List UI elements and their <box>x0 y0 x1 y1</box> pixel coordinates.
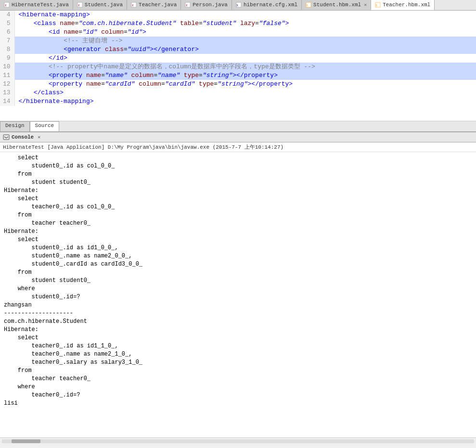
code-line-12: 12 <property name="cardId" column="cardI… <box>0 80 476 89</box>
console-line: student0_.id as id1_0_0_, <box>4 244 472 252</box>
tab-icon: X <box>306 2 311 8</box>
line-content[interactable]: </class> <box>14 89 476 97</box>
code-line-4: 4<hibernate-mapping> <box>0 11 476 19</box>
line-content[interactable]: <generator class="uuid"></generator> <box>14 45 476 54</box>
ds-tab-design[interactable]: Design <box>0 121 30 131</box>
console-line: student student0_ <box>4 277 472 285</box>
line-number: 4 <box>0 11 14 19</box>
console-line: Hibernate: <box>4 326 472 334</box>
svg-text:J: J <box>78 4 79 7</box>
console-line: teacher0_.name as name2_1_0_, <box>4 350 472 358</box>
console-line: Hibernate: <box>4 228 472 236</box>
svg-text:J: J <box>5 4 6 7</box>
tab-label: Teacher.hbm.xml <box>383 2 430 8</box>
tab-label: HibernateTest.java <box>12 2 69 8</box>
console-line: select <box>4 195 472 203</box>
console-line: teacher0_.id as id1_1_0_, <box>4 342 472 350</box>
tab-Student-hbm-xml[interactable]: XStudent.hbm.xml✕ <box>302 0 371 10</box>
line-content[interactable]: </hibernate-mapping> <box>14 97 476 106</box>
tab-label: hibernate.cfg.xml <box>244 2 297 8</box>
tab-label: Student.hbm.xml <box>313 2 361 8</box>
code-line-8: 8 <generator class="uuid"></generator> <box>0 45 476 54</box>
tab-Person-java[interactable]: JPerson.java <box>181 0 232 10</box>
tab-hibernate-cfg-xml[interactable]: Xhibernate.cfg.xml <box>232 0 302 10</box>
tab-bar: JHibernateTest.javaJStudent.javaJTeacher… <box>0 0 476 11</box>
line-content[interactable]: <property name="name" column="name" type… <box>14 71 476 80</box>
tab-icon: J <box>131 2 137 8</box>
line-content[interactable]: <id name="id" column="id"> <box>14 28 476 37</box>
line-content[interactable]: <hibernate-mapping> <box>14 11 476 19</box>
console-line: com.ch.hibernate.Student <box>4 318 472 326</box>
console-header: Console ✕ <box>0 132 476 142</box>
tab-icon: X <box>375 2 381 8</box>
console-line: teacher teacher0_ <box>4 219 472 228</box>
line-number: 8 <box>0 45 14 54</box>
code-line-13: 13 </class> <box>0 89 476 97</box>
scrollbar-thumb[interactable] <box>12 439 40 443</box>
console-line: teacher0_.salary as salary3_1_0_ <box>4 358 472 367</box>
tab-Teacher-java[interactable]: JTeacher.java <box>127 0 181 10</box>
console-line: teacher0_.id=? <box>4 391 472 399</box>
line-content[interactable]: <!-- property中name是定义的数据名，column是数据库中的字段… <box>14 63 476 71</box>
tab-Student-java[interactable]: JStudent.java <box>73 0 127 10</box>
console-line: zhangsan <box>4 301 472 309</box>
console-line: select <box>4 236 472 244</box>
ds-tab-source[interactable]: Source <box>30 121 60 131</box>
console-output[interactable]: select student0_.id as col_0_0_ from stu… <box>0 152 476 437</box>
line-number: 5 <box>0 19 14 28</box>
line-content[interactable]: </id> <box>14 54 476 63</box>
tab-icon: J <box>77 2 83 8</box>
tab-label: Student.java <box>85 2 123 8</box>
line-content[interactable]: <property name="cardId" column="cardId" … <box>14 80 476 89</box>
console-line: -------------------- <box>4 309 472 318</box>
console-icon <box>3 134 10 141</box>
scrollbar-track <box>2 439 474 443</box>
tab-icon: J <box>4 2 10 8</box>
line-number: 7 <box>0 37 14 45</box>
tab-label: Teacher.java <box>139 2 177 8</box>
console-line: from <box>4 367 472 375</box>
code-line-7: 7 <!-- 主键自增 --> <box>0 37 476 45</box>
tab-close-button[interactable]: ✕ <box>364 2 367 8</box>
line-content[interactable]: <class name="com.ch.hibernate.Student" t… <box>14 19 476 28</box>
svg-text:J: J <box>186 4 187 7</box>
line-number: 9 <box>0 54 14 63</box>
console-line: student0_.id as col_0_0_ <box>4 162 472 170</box>
console-line: from <box>4 211 472 219</box>
line-number: 10 <box>0 63 14 71</box>
tab-label: Person.java <box>193 2 228 8</box>
line-number: 13 <box>0 89 14 97</box>
svg-text:J: J <box>132 4 133 7</box>
svg-rect-14 <box>3 135 9 140</box>
console-line: lisi <box>4 399 472 408</box>
code-line-11: 11 <property name="name" column="name" t… <box>0 71 476 80</box>
line-content[interactable]: <!-- 主键自增 --> <box>14 37 476 45</box>
line-number: 14 <box>0 97 14 106</box>
console-line: teacher0_.id as col_0_0_ <box>4 203 472 211</box>
console-line: student0_.cardId as cardId3_0_0_ <box>4 260 472 269</box>
line-number: 6 <box>0 28 14 37</box>
tab-Teacher-hbm-xml[interactable]: XTeacher.hbm.xml <box>371 0 435 11</box>
console-line: student0_.id=? <box>4 293 472 301</box>
svg-text:X: X <box>375 4 377 7</box>
console-line: from <box>4 170 472 179</box>
console-line: where <box>4 383 472 391</box>
console-line: from <box>4 269 472 277</box>
horizontal-scrollbar[interactable] <box>0 437 476 444</box>
console-line: teacher teacher0_ <box>4 375 472 383</box>
tab-HibernateTest-java[interactable]: JHibernateTest.java <box>0 0 73 10</box>
svg-line-15 <box>4 137 6 138</box>
design-source-bar: DesignSource <box>0 121 476 132</box>
code-line-9: 9 </id> <box>0 54 476 63</box>
console-line: student student0_ <box>4 179 472 187</box>
console-line: select <box>4 334 472 342</box>
console-line: where <box>4 285 472 293</box>
svg-text:X: X <box>236 4 238 7</box>
code-line-10: 10 <!-- property中name是定义的数据名，column是数据库中… <box>0 63 476 71</box>
console-line: Hibernate: <box>4 187 472 195</box>
editor-area[interactable]: 4<hibernate-mapping>5 <class name="com.c… <box>0 11 476 121</box>
tab-icon: J <box>185 2 191 8</box>
line-number: 12 <box>0 80 14 89</box>
console-line: select <box>4 154 472 162</box>
console-close-button[interactable]: ✕ <box>38 134 40 140</box>
